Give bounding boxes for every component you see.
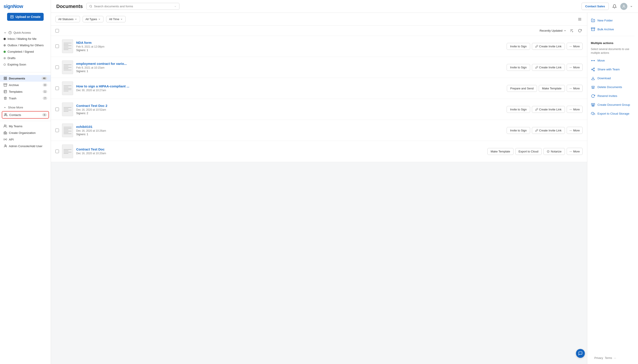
more-button-5[interactable]: ··· More — [567, 148, 583, 155]
svg-rect-8 — [4, 90, 7, 93]
sidebar-item-outbox[interactable]: Outbox / Waiting for Others — [0, 42, 51, 48]
doc-name-2[interactable]: How to sign a HIPAA-compliant ... — [76, 84, 504, 88]
more-footer-link[interactable]: ··· — [614, 356, 616, 360]
sort-button[interactable]: Recently Updated — [540, 29, 566, 32]
more-button-0[interactable]: ··· More — [567, 43, 583, 50]
make-template-button-5[interactable]: Make Template — [487, 148, 514, 155]
doc-checkbox-4[interactable] — [55, 128, 59, 132]
make-template-button-2[interactable]: Make Template — [539, 85, 565, 92]
panel-action-download[interactable]: Download — [591, 75, 634, 82]
sidebar-item-create-org[interactable]: Create Organization — [0, 130, 51, 136]
panel-action-share[interactable]: Share with Team — [591, 66, 634, 72]
filter-status-button[interactable]: All Statuses — [55, 16, 80, 22]
completed-dot — [4, 51, 6, 53]
export-to-cloud-button-5[interactable]: Export to Cloud — [515, 148, 542, 155]
invite-to-sign-button-0[interactable]: Invite to Sign — [507, 43, 530, 50]
invite-to-sign-button-3[interactable]: Invite to Sign — [507, 106, 530, 113]
select-all-checkbox[interactable] — [55, 29, 59, 32]
share-label: Share with Team — [597, 68, 620, 71]
doc-checkbox-2[interactable] — [55, 86, 59, 90]
notarize-button-5[interactable]: Notarize — [543, 148, 565, 155]
more-label-2: More — [573, 87, 580, 90]
panel-action-delete[interactable]: Delete Documents — [591, 84, 634, 90]
sidebar-item-trash[interactable]: Trash 7 — [0, 95, 51, 102]
content-area: All Statuses All Types All Time — [51, 13, 638, 364]
doc-name-1[interactable]: employment contract for vario... — [76, 62, 504, 66]
sidebar-item-inbox[interactable]: Inbox / Waiting for Me — [0, 36, 51, 42]
chat-bubble-button[interactable] — [576, 349, 585, 358]
doc-actions-5: Make Template Export to Cloud Notarize ·… — [487, 148, 583, 155]
table-row: How to sign a HIPAA-compliant ... Dec 30… — [51, 78, 587, 99]
svg-point-18 — [90, 5, 92, 7]
doc-checkbox-1[interactable] — [55, 66, 59, 69]
archive-icon — [4, 83, 7, 87]
doc-checkbox-0[interactable] — [55, 44, 59, 48]
grid-view-button[interactable] — [577, 16, 583, 22]
panel-action-export[interactable]: Export to Cloud Storage — [591, 111, 634, 117]
quick-access-label: Quick Access — [14, 31, 31, 34]
more-button-2[interactable]: ··· More — [567, 85, 583, 92]
more-button-4[interactable]: ··· More — [567, 127, 583, 134]
folder-icon — [591, 18, 595, 22]
panel-action-move[interactable]: Move — [591, 58, 634, 64]
notarize-label-5: Notarize — [551, 150, 561, 153]
notifications-button[interactable] — [611, 3, 618, 10]
logo: signNow — [0, 4, 51, 13]
privacy-link[interactable]: Privacy — [594, 356, 603, 360]
sidebar-item-drafts[interactable]: Drafts — [0, 55, 51, 61]
time-chevron-icon — [120, 18, 123, 20]
doc-name-0[interactable]: NDA form — [76, 41, 504, 44]
sidebar-item-templates[interactable]: Templates 1 — [0, 88, 51, 95]
sidebar-item-documents[interactable]: Documents 46 — [0, 75, 51, 82]
doc-checkbox-5[interactable] — [55, 150, 59, 153]
sidebar-item-api[interactable]: API — [0, 136, 51, 143]
admin-label: Admin Console/Add User — [9, 144, 43, 148]
trash-label: Trash — [9, 97, 16, 100]
list-controls: Recently Updated — [51, 26, 587, 36]
download-icon — [591, 76, 595, 80]
search-input[interactable] — [94, 5, 172, 8]
doc-name-5[interactable]: Contract Test Doc — [76, 147, 484, 151]
search-bar[interactable] — [86, 3, 179, 10]
more-button-3[interactable]: ··· More — [567, 106, 583, 113]
sidebar-item-admin[interactable]: Admin Console/Add User — [0, 143, 51, 149]
svg-rect-13 — [4, 132, 5, 134]
doc-checkbox-3[interactable] — [55, 108, 59, 111]
doc-name-3[interactable]: Contract Test Doc 2 — [76, 104, 504, 108]
svg-rect-6 — [4, 84, 7, 84]
trash-icon — [4, 96, 7, 100]
refresh-icon — [578, 29, 582, 32]
filter-type-button[interactable]: All Types — [83, 16, 104, 22]
sidebar-item-expiring[interactable]: Expiring Soon — [0, 61, 51, 68]
status-chevron-icon — [75, 18, 77, 20]
refresh-button[interactable] — [577, 28, 583, 34]
download-label: Download — [597, 76, 611, 80]
new-folder-action[interactable]: New Folder — [591, 17, 634, 24]
sidebar-item-completed[interactable]: Completed / Signed — [0, 48, 51, 55]
panel-action-group[interactable]: Create Document Group — [591, 102, 634, 108]
create-invite-link-button-4[interactable]: Create Invite Link — [532, 127, 565, 134]
doc-name-4[interactable]: exhibit101 — [76, 125, 504, 128]
invite-to-sign-button-1[interactable]: Invite to Sign — [507, 64, 530, 71]
create-invite-link-button-3[interactable]: Create Invite Link — [532, 106, 565, 113]
quick-access-header[interactable]: Quick Access — [0, 30, 51, 36]
invite-sign-label-0: Invite to Sign — [510, 45, 527, 48]
panel-action-resend[interactable]: Resend Invites — [591, 93, 634, 99]
bulk-archive-action[interactable]: Bulk Archive — [591, 26, 634, 32]
svg-rect-30 — [591, 28, 595, 28]
show-more-item[interactable]: Show More — [0, 104, 51, 111]
sidebar-item-my-teams[interactable]: My Teams — [0, 123, 51, 130]
filter-time-button[interactable]: All Time — [106, 16, 126, 22]
terms-link[interactable]: Terms — [605, 356, 612, 360]
sidebar-item-archive[interactable]: Archive 0 — [0, 82, 51, 88]
contact-sales-button[interactable]: Contact Sales — [581, 3, 609, 10]
invite-to-sign-button-4[interactable]: Invite to Sign — [507, 127, 530, 134]
prepare-and-send-button-2[interactable]: Prepare and Send — [507, 85, 537, 92]
create-invite-link-button-1[interactable]: Create Invite Link — [532, 64, 565, 71]
more-button-1[interactable]: ··· More — [567, 64, 583, 71]
upload-create-button[interactable]: Upload or Create — [7, 13, 44, 21]
user-avatar[interactable] — [620, 3, 627, 10]
create-invite-link-button-0[interactable]: Create Invite Link — [532, 43, 565, 50]
sidebar-item-contacts[interactable]: Contacts 6 — [2, 111, 49, 118]
sort-order-button[interactable] — [569, 28, 574, 34]
